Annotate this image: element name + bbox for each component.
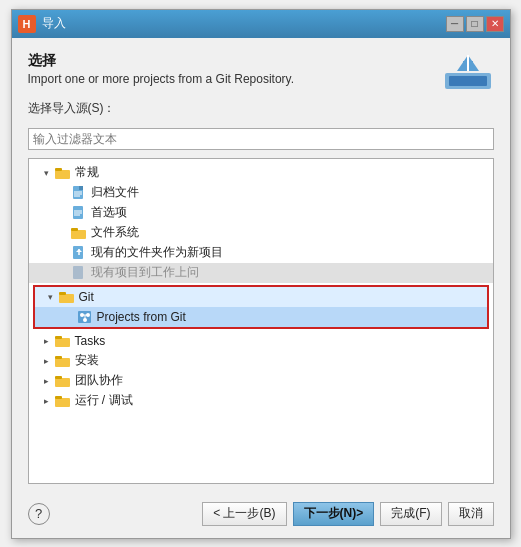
import-dialog: H 导入 ─ □ ✕ 选择 Import one or more project… <box>11 9 511 539</box>
file-icon-preferences <box>71 206 87 220</box>
tree-container[interactable]: 常规 归档文件 <box>28 158 494 484</box>
help-button[interactable]: ? <box>28 503 50 525</box>
svg-rect-32 <box>55 358 70 367</box>
tree-item-tasks[interactable]: Tasks <box>29 331 493 351</box>
tree-label-tasks: Tasks <box>75 334 106 348</box>
header-row: 选择 Import one or more projects from a Gi… <box>28 52 494 92</box>
arrow-install <box>41 355 53 367</box>
window-controls: ─ □ ✕ <box>446 16 504 32</box>
footer-right: < 上一步(B) 下一步(N)> 完成(F) 取消 <box>202 502 493 526</box>
svg-rect-33 <box>55 356 62 359</box>
tree-label-filesystem: 文件系统 <box>91 224 139 241</box>
folder-icon-teamwork <box>55 374 71 388</box>
svg-rect-36 <box>55 398 70 407</box>
arrow-grayed <box>57 267 69 279</box>
arrow-archives <box>57 187 69 199</box>
app-icon: H <box>18 15 36 33</box>
finish-button[interactable]: 完成(F) <box>380 502 441 526</box>
arrow-preferences <box>57 207 69 219</box>
tree-label-existing: 现有的文件夹作为新项目 <box>91 244 223 261</box>
tree-item-filesystem[interactable]: 文件系统 <box>29 223 493 243</box>
svg-rect-5 <box>55 170 70 179</box>
svg-rect-37 <box>55 396 62 399</box>
git-highlight-box: Git Projects <box>33 285 489 329</box>
tree-item-teamwork[interactable]: 团队协作 <box>29 371 493 391</box>
tree-label-preferences: 首选项 <box>91 204 127 221</box>
tree-label-git: Git <box>79 290 94 304</box>
tree-label-grayed: 现有项目到工作上问 <box>91 264 199 281</box>
main-content: 选择 Import one or more projects from a Gi… <box>12 38 510 494</box>
svg-rect-31 <box>55 336 62 339</box>
svg-rect-1 <box>449 76 487 86</box>
tree-label-install: 安装 <box>75 352 99 369</box>
minimize-button[interactable]: ─ <box>446 16 464 32</box>
tree-label-projects-from-git: Projects from Git <box>97 310 186 324</box>
arrow-rundebug <box>41 395 53 407</box>
folder-icon-rundebug <box>55 394 71 408</box>
file-icon-grayed <box>71 266 87 280</box>
svg-rect-6 <box>55 168 62 171</box>
source-label: 选择导入源(S)： <box>28 100 494 117</box>
tree-item-git[interactable]: Git <box>35 287 487 307</box>
tree-label-archives: 归档文件 <box>91 184 139 201</box>
svg-rect-18 <box>73 246 83 259</box>
section-desc: Import one or more projects from a Git R… <box>28 72 442 86</box>
cancel-button[interactable]: 取消 <box>448 502 494 526</box>
folder-icon-normal <box>55 166 71 180</box>
file-icon-projects-from-git <box>77 310 93 324</box>
folder-icon-git <box>59 290 75 304</box>
file-icon-archives <box>71 186 87 200</box>
back-button[interactable]: < 上一步(B) <box>202 502 286 526</box>
tree-label-rundebug: 运行 / 调试 <box>75 392 133 409</box>
tree-item-existing[interactable]: 现有的文件夹作为新项目 <box>29 243 493 263</box>
file-icon-existing <box>71 246 87 260</box>
folder-icon-tasks <box>55 334 71 348</box>
svg-rect-23 <box>59 292 66 295</box>
svg-rect-22 <box>59 294 74 303</box>
svg-rect-17 <box>71 228 78 231</box>
arrow-filesystem <box>57 227 69 239</box>
svg-rect-35 <box>55 376 62 379</box>
svg-rect-21 <box>73 266 83 279</box>
folder-icon-install <box>55 354 71 368</box>
tree-item-preferences[interactable]: 首选项 <box>29 203 493 223</box>
arrow-teamwork <box>41 375 53 387</box>
tree-item-install[interactable]: 安装 <box>29 351 493 371</box>
next-button[interactable]: 下一步(N)> <box>293 502 375 526</box>
arrow-existing <box>57 247 69 259</box>
svg-rect-16 <box>71 230 86 239</box>
arrow-projects-from-git <box>63 311 75 323</box>
tree-item-rundebug[interactable]: 运行 / 调试 <box>29 391 493 411</box>
section-title: 选择 <box>28 52 442 70</box>
tree-item-grayed[interactable]: 现有项目到工作上问 <box>29 263 493 283</box>
tree-item-normal[interactable]: 常规 <box>29 163 493 183</box>
tree-item-projects-from-git[interactable]: Projects from Git <box>35 307 487 327</box>
maximize-button[interactable]: □ <box>466 16 484 32</box>
svg-rect-30 <box>55 338 70 347</box>
tree-label-normal: 常规 <box>75 164 99 181</box>
arrow-tasks <box>41 335 53 347</box>
svg-rect-8 <box>79 186 83 190</box>
svg-rect-34 <box>55 378 70 387</box>
footer-left: ? <box>28 503 50 525</box>
folder-icon-filesystem <box>71 226 87 240</box>
arrow-git <box>45 291 57 303</box>
titlebar: H 导入 ─ □ ✕ <box>12 10 510 38</box>
arrow-normal <box>41 167 53 179</box>
header-text: 选择 Import one or more projects from a Gi… <box>28 52 442 90</box>
tree-item-archives[interactable]: 归档文件 <box>29 183 493 203</box>
import-icon <box>442 52 494 92</box>
footer: ? < 上一步(B) 下一步(N)> 完成(F) 取消 <box>12 494 510 538</box>
close-button[interactable]: ✕ <box>486 16 504 32</box>
tree-label-teamwork: 团队协作 <box>75 372 123 389</box>
window-title: 导入 <box>42 15 440 32</box>
filter-input[interactable] <box>28 128 494 150</box>
